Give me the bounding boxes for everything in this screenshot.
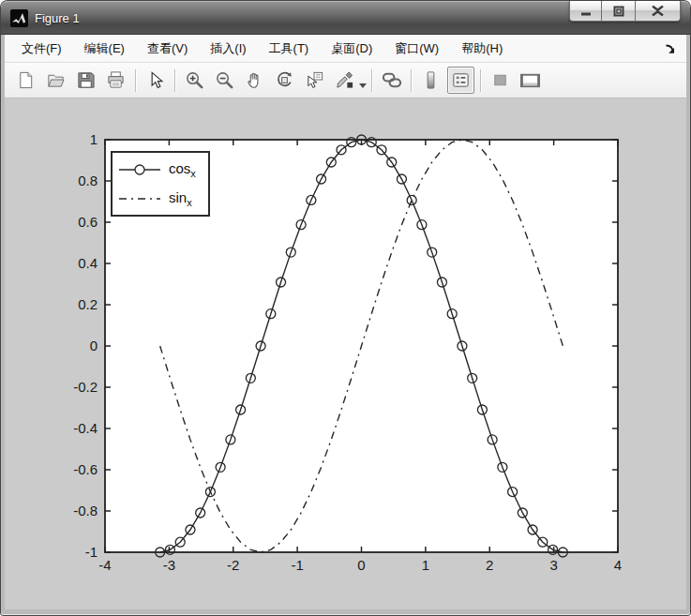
brush-data-button[interactable] — [331, 67, 358, 94]
minimize-button[interactable] — [569, 1, 602, 22]
plot-legend[interactable]: cosx sinx — [111, 151, 210, 217]
svg-text:-2: -2 — [227, 557, 239, 573]
svg-text:-1: -1 — [85, 544, 98, 560]
axes-plot[interactable]: -4-3-2-10123410.80.60.40.20-0.2-0.4-0.6-… — [5, 98, 688, 611]
zoom-out-button[interactable] — [211, 67, 238, 94]
save-figure-button[interactable] — [72, 67, 99, 94]
open-file-icon — [46, 70, 66, 90]
figure-canvas: -4-3-2-10123410.80.60.40.20-0.2-0.4-0.6-… — [5, 98, 686, 609]
menu-item-file[interactable]: 文件(F) — [10, 35, 73, 62]
insert-colorbar-button[interactable] — [417, 67, 444, 94]
svg-text:4: 4 — [614, 557, 622, 573]
insert-legend-icon — [451, 70, 471, 90]
menu-item-desktop[interactable]: 桌面(D) — [320, 35, 383, 62]
toolbar-separator — [411, 69, 412, 92]
new-figure-icon — [16, 70, 36, 90]
window-title: Figure 1 — [35, 11, 80, 25]
rotate-3d-button[interactable] — [271, 67, 298, 94]
menu-item-edit[interactable]: 编辑(E) — [73, 35, 136, 62]
pan-button[interactable] — [241, 67, 268, 94]
maximize-button[interactable] — [602, 1, 635, 22]
svg-text:1: 1 — [90, 131, 98, 147]
svg-text:-0.6: -0.6 — [73, 461, 98, 477]
figure-window: Figure 1 文件(F) 编辑(E) 查看(V) 插入(I) 工具(T) 桌… — [1, 1, 690, 615]
toolbar-separator — [174, 69, 175, 92]
svg-text:3: 3 — [549, 557, 557, 573]
svg-text:0: 0 — [90, 338, 98, 353]
legend-line-solid-circle-icon — [119, 163, 160, 176]
svg-text:0.8: 0.8 — [78, 173, 98, 188]
svg-text:0: 0 — [357, 557, 365, 573]
link-plot-button[interactable] — [378, 67, 405, 94]
legend-entry-cos: cosx — [113, 155, 208, 184]
svg-text:2: 2 — [486, 557, 493, 573]
toolbar-separator — [371, 69, 372, 92]
open-file-button[interactable] — [42, 67, 69, 94]
edit-plot-button[interactable] — [142, 67, 169, 94]
svg-text:0.2: 0.2 — [78, 296, 98, 312]
caption-buttons — [569, 1, 681, 22]
title-bar[interactable]: Figure 1 — [1, 1, 690, 35]
brush-icon — [335, 70, 354, 90]
rotate-3d-icon — [275, 70, 294, 90]
menu-item-help[interactable]: 帮助(H) — [450, 35, 514, 62]
zoom-in-icon — [185, 70, 204, 90]
close-icon — [652, 6, 664, 16]
data-cursor-icon — [305, 70, 324, 90]
matlab-logo-icon — [10, 9, 28, 27]
print-icon — [106, 70, 126, 90]
hide-plot-tools-button[interactable] — [487, 67, 514, 94]
maximize-icon — [613, 6, 624, 17]
menu-item-window[interactable]: 窗口(W) — [383, 35, 450, 62]
svg-text:-3: -3 — [163, 557, 175, 573]
svg-text:-1: -1 — [291, 557, 303, 573]
toolbar-separator — [480, 69, 481, 92]
svg-text:-0.4: -0.4 — [73, 420, 98, 436]
show-plot-tools-icon — [518, 70, 542, 90]
insert-legend-button[interactable] — [447, 67, 474, 94]
hide-plot-tools-icon — [490, 70, 510, 90]
minimize-icon — [580, 6, 592, 17]
menu-bar: 文件(F) 编辑(E) 查看(V) 插入(I) 工具(T) 桌面(D) 窗口(W… — [5, 35, 686, 63]
svg-text:1: 1 — [422, 557, 429, 573]
edit-plot-cursor-icon — [145, 70, 165, 90]
svg-text:-4: -4 — [98, 557, 111, 573]
new-figure-button[interactable] — [12, 67, 39, 94]
menu-item-view[interactable]: 查看(V) — [136, 35, 199, 62]
brush-dropdown-caret-icon[interactable] — [359, 83, 367, 88]
legend-label-cos: cosx — [169, 160, 196, 179]
legend-line-dashdot-icon — [119, 192, 160, 205]
legend-label-sin: sinx — [169, 189, 192, 208]
svg-text:0.4: 0.4 — [78, 255, 98, 271]
toolbar-separator — [135, 69, 136, 92]
link-plot-icon — [381, 70, 403, 90]
pan-hand-icon — [245, 70, 264, 90]
svg-text:-0.2: -0.2 — [73, 379, 98, 395]
zoom-out-icon — [215, 70, 234, 90]
insert-colorbar-icon — [421, 70, 441, 90]
dock-figure-arrow-icon[interactable] — [664, 42, 677, 55]
show-plot-tools-button[interactable] — [517, 67, 544, 94]
close-button[interactable] — [635, 1, 681, 22]
svg-text:0.6: 0.6 — [78, 214, 98, 230]
svg-text:-0.8: -0.8 — [73, 503, 98, 518]
print-figure-button[interactable] — [102, 67, 129, 94]
zoom-in-button[interactable] — [181, 67, 208, 94]
data-cursor-button[interactable] — [301, 67, 328, 94]
save-icon — [76, 70, 96, 90]
menu-item-tools[interactable]: 工具(T) — [258, 35, 321, 62]
figure-toolbar — [5, 63, 686, 98]
legend-entry-sin: sinx — [113, 184, 208, 213]
menu-item-insert[interactable]: 插入(I) — [199, 35, 257, 62]
